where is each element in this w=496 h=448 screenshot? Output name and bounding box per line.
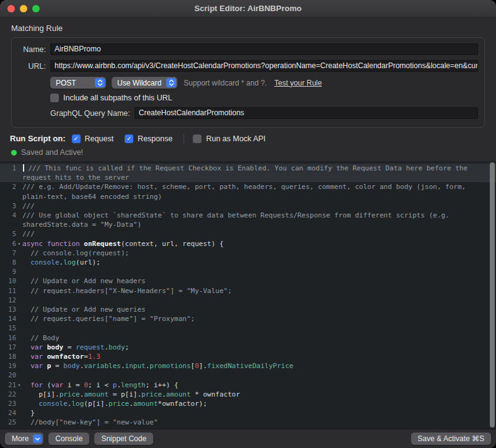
code-line[interactable]: 26 (0, 428, 496, 429)
request-checkbox[interactable]: ✓ (72, 134, 81, 143)
code-text[interactable]: async function onRequest(context, url, r… (22, 239, 496, 248)
code-text[interactable]: /// (22, 229, 496, 239)
code-line[interactable]: 3/// (0, 201, 496, 211)
code-line[interactable]: 24 } (0, 408, 496, 418)
line-number: 26 (0, 428, 16, 429)
line-number: 14 (0, 314, 16, 323)
line-number: 23 (0, 399, 16, 408)
code-line[interactable]: 4/// Use global object `sharedState` to … (0, 211, 496, 229)
fold-gutter (16, 182, 22, 201)
code-text[interactable]: // request.headers["X-New-Headers"] = "M… (22, 286, 496, 296)
code-line[interactable]: 9 (0, 267, 496, 276)
minimize-button[interactable] (20, 5, 27, 12)
code-line[interactable]: 11 // request.headers["X-New-Headers"] =… (0, 286, 496, 296)
code-text[interactable]: } (22, 408, 496, 418)
code-text[interactable] (22, 371, 496, 380)
code-text[interactable]: var p = body.variables.input.promotions[… (22, 361, 496, 371)
code-line[interactable]: 13 // Update or Add new queries (0, 305, 496, 314)
mock-api-checkbox-label: Run as Mock API (206, 134, 265, 143)
fold-gutter (16, 305, 22, 314)
test-your-rule-link[interactable]: Test your Rule (274, 79, 322, 87)
code-line[interactable]: 5/// (0, 229, 496, 239)
snippet-code-button[interactable]: Snippet Code (94, 433, 153, 445)
mock-api-checkbox[interactable] (193, 134, 202, 143)
url-input[interactable]: https://www.airbnb.com/api/v3/CreateHost… (50, 60, 478, 72)
code-line[interactable]: 17 var body = request.body; (0, 343, 496, 352)
wildcard-mode-dropdown[interactable]: Use Wildcard (112, 77, 177, 89)
line-number: 15 (0, 323, 16, 333)
line-number: 17 (0, 343, 16, 352)
line-number: 20 (0, 371, 16, 380)
graphql-query-name-input[interactable]: CreateHostCalendarPromotions (135, 107, 478, 119)
line-number: 19 (0, 361, 16, 371)
more-button[interactable]: More (5, 433, 43, 445)
response-checkbox[interactable]: ✓ (125, 134, 133, 143)
code-text[interactable]: for (var i = 0; i < p.length; i++) { (22, 380, 496, 390)
line-number: 2 (0, 182, 16, 201)
code-text[interactable]: // Body (22, 333, 496, 343)
code-line[interactable]: 16 // Body (0, 333, 496, 343)
code-line[interactable]: 8 console.log(url); (0, 258, 496, 267)
line-number: 10 (0, 276, 16, 286)
code-text[interactable]: //body["new-key"] = "new-value" (22, 418, 496, 427)
line-number: 3 (0, 201, 16, 211)
code-text[interactable]: // console.log(request); (22, 248, 496, 258)
code-text[interactable]: var body = request.body; (22, 343, 496, 352)
code-line[interactable]: 6▾async function onRequest(context, url,… (0, 239, 496, 248)
code-text[interactable]: var ownfactor=1.3 (22, 352, 496, 361)
code-text[interactable]: /// Use global object `sharedState` to s… (22, 211, 496, 229)
code-text[interactable]: /// (22, 201, 496, 211)
code-text[interactable]: /// e.g. Add/Update/Remove: host, scheme… (22, 182, 496, 201)
chevron-down-icon (33, 434, 42, 443)
code-text[interactable]: // request.queries["name"] = "Proxyman"; (22, 314, 496, 323)
include-subpaths-checkbox[interactable] (50, 94, 59, 102)
url-label: URL: (12, 62, 50, 71)
line-number: 8 (0, 258, 16, 267)
code-text[interactable]: console.log(url); (22, 258, 496, 267)
code-text[interactable]: // Update or Add new headers (22, 276, 496, 286)
code-line[interactable]: 10 // Update or Add new headers (0, 276, 496, 286)
name-input[interactable]: AirBNBPromo (50, 43, 478, 55)
code-line[interactable]: 23 console.log(p[i].price.amount*ownfact… (0, 399, 496, 408)
vertical-scrollbar[interactable] (490, 162, 495, 428)
line-number: 18 (0, 352, 16, 361)
fold-gutter (16, 276, 22, 286)
fold-triangle-icon[interactable]: ▾ (16, 239, 22, 248)
updown-chevron-icon (95, 78, 105, 87)
code-text[interactable]: /// This func is called if the Request C… (22, 164, 496, 182)
http-method-dropdown[interactable]: POST (50, 77, 106, 89)
code-text[interactable] (22, 428, 496, 429)
line-number: 21 (0, 380, 16, 390)
code-text[interactable] (22, 267, 496, 276)
code-text[interactable] (22, 296, 496, 305)
console-button[interactable]: Console (48, 433, 89, 445)
code-line[interactable]: 18 var ownfactor=1.3 (0, 352, 496, 361)
code-line[interactable]: 25 //body["new-key"] = "new-value" (0, 418, 496, 427)
code-line[interactable]: 1/// This func is called if the Request … (0, 164, 496, 182)
code-line[interactable]: 2/// e.g. Add/Update/Remove: host, schem… (0, 182, 496, 201)
code-line[interactable]: 20 (0, 371, 496, 380)
code-line[interactable]: 7 // console.log(request); (0, 248, 496, 258)
code-text[interactable]: // Update or Add new queries (22, 305, 496, 314)
request-checkbox-label: Request (85, 134, 114, 143)
code-line[interactable]: 15 (0, 323, 496, 333)
code-line[interactable]: 14 // request.queries["name"] = "Proxyma… (0, 314, 496, 323)
code-line[interactable]: 12 (0, 296, 496, 305)
code-text[interactable] (22, 323, 496, 333)
fold-gutter (16, 371, 22, 380)
updown-chevron-icon (166, 78, 176, 87)
script-editor-window: Script Editor: AirBNBPromo Matching Rule… (0, 0, 496, 448)
save-activate-button-label: Save & Activate ⌘S (418, 434, 484, 443)
save-activate-button[interactable]: Save & Activate ⌘S (411, 433, 491, 445)
zoom-button[interactable] (32, 5, 40, 12)
code-area[interactable]: 1/// This func is called if the Request … (0, 161, 496, 429)
line-number: 25 (0, 418, 16, 427)
code-line[interactable]: 19 var p = body.variables.input.promotio… (0, 361, 496, 371)
code-line[interactable]: 21▾ for (var i = 0; i < p.length; i++) { (0, 380, 496, 390)
fold-triangle-icon[interactable]: ▾ (16, 380, 22, 390)
line-number: 7 (0, 248, 16, 258)
code-text[interactable]: console.log(p[i].price.amount*ownfactor)… (22, 399, 496, 408)
code-text[interactable]: p[i].price.amount = p[i].price.amount * … (22, 390, 496, 399)
code-line[interactable]: 22 p[i].price.amount = p[i].price.amount… (0, 390, 496, 399)
close-button[interactable] (7, 5, 15, 12)
